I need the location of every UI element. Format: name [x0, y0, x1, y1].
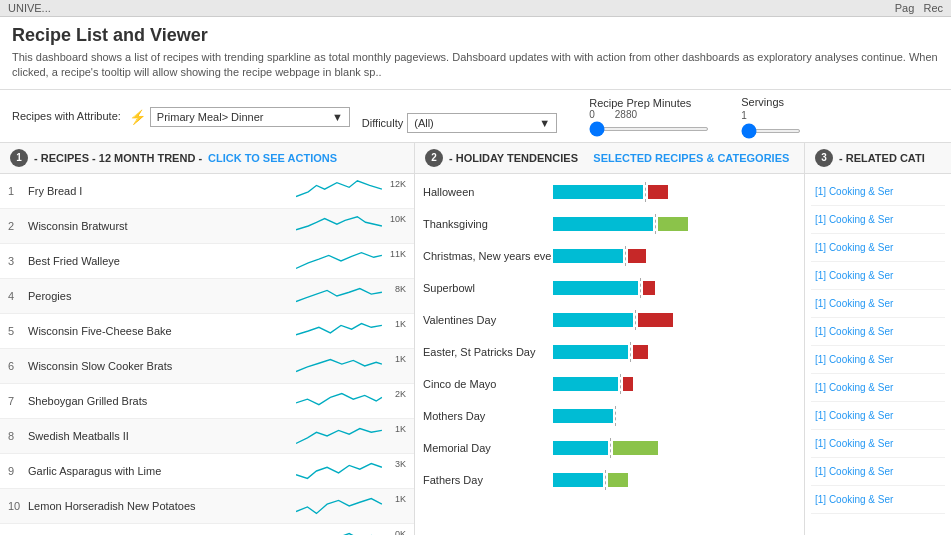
recipe-name: Wisconsin Five-Cheese Bake: [28, 325, 296, 337]
holiday-row[interactable]: Valentines Day: [423, 306, 796, 334]
holiday-row[interactable]: Cinco de Mayo: [423, 370, 796, 398]
recipe-row[interactable]: 5 Wisconsin Five-Cheese Bake 1K: [0, 314, 414, 349]
related-row[interactable]: [1] Cooking & Ser: [811, 430, 945, 458]
recipe-row[interactable]: 8 Swedish Meatballs II 1K: [0, 419, 414, 454]
main-content: 1 - RECIPES - 12 MONTH TREND - CLICK TO …: [0, 143, 951, 535]
recipe-number: 3: [8, 255, 28, 267]
bar-blue: [553, 441, 608, 455]
page-title: Recipe List and Viewer: [12, 25, 939, 46]
holiday-row[interactable]: Fathers Day: [423, 466, 796, 494]
panel-2-action[interactable]: SELECTED RECIPES & CATEGORIES: [593, 152, 789, 164]
recipe-number: 1: [8, 185, 28, 197]
recipe-row[interactable]: 7 Sheboygan Grilled Brats 2K: [0, 384, 414, 419]
holiday-name: Christmas, New years eve: [423, 250, 553, 262]
recipe-number: 4: [8, 290, 28, 302]
related-row[interactable]: [1] Cooking & Ser: [811, 346, 945, 374]
recipe-row[interactable]: 4 Perogies 8K: [0, 279, 414, 314]
recipe-row[interactable]: 6 Wisconsin Slow Cooker Brats 1K: [0, 349, 414, 384]
recipe-name: Wisconsin Bratwurst: [28, 220, 296, 232]
attribute-label: Recipes with Attribute:: [12, 110, 121, 122]
panel-3-num: 3: [815, 149, 833, 167]
holiday-list: Halloween Thanksgiving Christmas, New ye…: [415, 174, 804, 535]
bar-blue: [553, 409, 613, 423]
related-row[interactable]: [1] Cooking & Ser: [811, 402, 945, 430]
related-row[interactable]: [1] Cooking & Ser: [811, 290, 945, 318]
recipe-name: Perogies: [28, 290, 296, 302]
recipe-row[interactable]: 1 Fry Bread I 12K: [0, 174, 414, 209]
bar-red: [648, 185, 668, 199]
recipe-row[interactable]: 2 Wisconsin Bratwurst 10K: [0, 209, 414, 244]
related-row[interactable]: [1] Cooking & Ser: [811, 318, 945, 346]
holiday-row[interactable]: Christmas, New years eve: [423, 242, 796, 270]
recipe-name: Wisconsin Slow Cooker Brats: [28, 360, 296, 372]
panel-1-action[interactable]: CLICK TO SEE ACTIONS: [208, 152, 337, 164]
recipe-name: Garlic Asparagus with Lime: [28, 465, 296, 477]
servings-label: Servings: [741, 96, 801, 108]
holiday-name: Easter, St Patricks Day: [423, 346, 553, 358]
panel-1-title-static: - RECIPES - 12 MONTH TREND -: [34, 152, 202, 164]
sparkline: 10K: [296, 212, 406, 240]
prep-min-slider[interactable]: [589, 127, 709, 131]
holiday-name: Memorial Day: [423, 442, 553, 454]
recipe-number: 7: [8, 395, 28, 407]
bar-red: [628, 249, 646, 263]
filter-icon[interactable]: ⚡: [129, 109, 146, 125]
bar-container: [553, 406, 796, 426]
recipe-row[interactable]: 11 Coal Miners Pasties 0K: [0, 524, 414, 535]
recipe-name: Swedish Meatballs II: [28, 430, 296, 442]
attribute-select[interactable]: Primary Meal> Dinner ▼: [150, 107, 350, 127]
recipe-number: 5: [8, 325, 28, 337]
related-row[interactable]: [1] Cooking & Ser: [811, 458, 945, 486]
dashboard-header: Recipe List and Viewer This dashboard sh…: [0, 17, 951, 90]
sparkline: 0K: [296, 527, 406, 535]
bar-red: [638, 313, 673, 327]
recipe-name: Fry Bread I: [28, 185, 296, 197]
holiday-name: Halloween: [423, 186, 553, 198]
recipes-panel: 1 - RECIPES - 12 MONTH TREND - CLICK TO …: [0, 143, 415, 535]
holiday-name: Thanksgiving: [423, 218, 553, 230]
prep-min-value: 0: [589, 109, 595, 120]
sparkline: 8K: [296, 282, 406, 310]
holiday-name: Superbowl: [423, 282, 553, 294]
bar-container: [553, 342, 796, 362]
recipe-row[interactable]: 3 Best Fried Walleye 11K: [0, 244, 414, 279]
recipe-list: 1 Fry Bread I 12K 2 Wisconsin Bratwurst …: [0, 174, 414, 535]
holiday-name: Mothers Day: [423, 410, 553, 422]
recipe-number: 8: [8, 430, 28, 442]
difficulty-label: Difficulty: [362, 117, 403, 129]
holiday-row[interactable]: Superbowl: [423, 274, 796, 302]
holiday-row[interactable]: Thanksgiving: [423, 210, 796, 238]
related-row[interactable]: [1] Cooking & Ser: [811, 234, 945, 262]
sparkline: 2K: [296, 387, 406, 415]
holiday-panel-header: 2 - HOLIDAY TENDENCIES SELECTED RECIPES …: [415, 143, 804, 174]
holiday-row[interactable]: Easter, St Patricks Day: [423, 338, 796, 366]
servings-slider[interactable]: [741, 129, 801, 133]
holiday-row[interactable]: Mothers Day: [423, 402, 796, 430]
filter-bar: Recipes with Attribute: ⚡ Primary Meal> …: [0, 90, 951, 143]
top-bar: UNIVE... Pag Rec: [0, 0, 951, 17]
bar-container: [553, 310, 796, 330]
related-row[interactable]: [1] Cooking & Ser: [811, 262, 945, 290]
bar-blue: [553, 249, 623, 263]
page-description: This dashboard shows a list of recipes w…: [12, 50, 939, 81]
related-list: [1] Cooking & Ser[1] Cooking & Ser[1] Co…: [805, 174, 951, 535]
holiday-row[interactable]: Memorial Day: [423, 434, 796, 462]
sparkline: 1K: [296, 352, 406, 380]
bar-blue: [553, 377, 618, 391]
bar-red: [623, 377, 633, 391]
related-row[interactable]: [1] Cooking & Ser: [811, 374, 945, 402]
panel-1-num: 1: [10, 149, 28, 167]
recipe-row[interactable]: 9 Garlic Asparagus with Lime 3K: [0, 454, 414, 489]
difficulty-select[interactable]: (All) ▼: [407, 113, 557, 133]
difficulty-filter: Difficulty (All) ▼: [362, 113, 557, 133]
servings-min-value: 1: [741, 110, 747, 121]
related-row[interactable]: [1] Cooking & Ser: [811, 486, 945, 514]
holiday-name: Valentines Day: [423, 314, 553, 326]
bar-blue: [553, 313, 633, 327]
bar-green: [658, 217, 688, 231]
holiday-row[interactable]: Halloween: [423, 178, 796, 206]
related-row[interactable]: [1] Cooking & Ser: [811, 178, 945, 206]
top-bar-left: UNIVE...: [8, 2, 51, 14]
related-row[interactable]: [1] Cooking & Ser: [811, 206, 945, 234]
recipe-row[interactable]: 10 Lemon Horseradish New Potatoes 1K: [0, 489, 414, 524]
